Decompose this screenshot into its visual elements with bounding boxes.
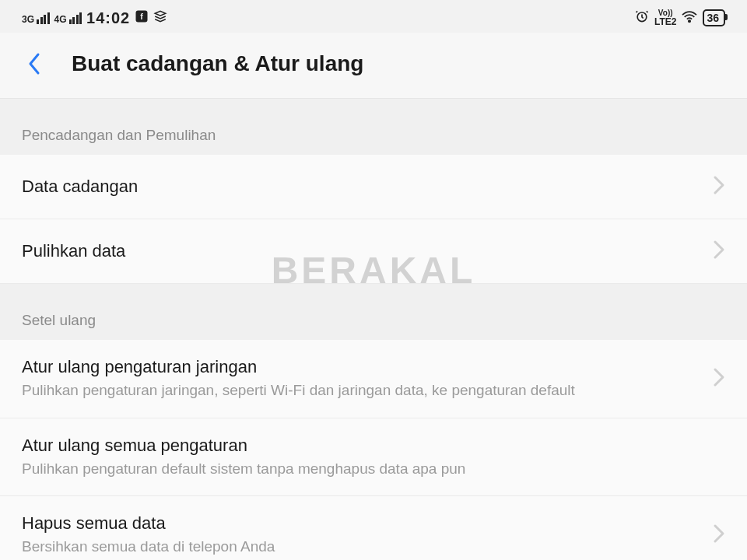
item-subtitle: Pulihkan pengaturan default sistem tanpa…: [22, 459, 725, 479]
list-item-data-cadangan[interactable]: Data cadangan: [0, 155, 747, 219]
chevron-right-icon: [713, 367, 725, 390]
item-title: Hapus semua data: [22, 513, 702, 534]
stack-icon: [153, 9, 167, 27]
signal-3g-label: 3G: [22, 15, 34, 24]
list-item-reset-jaringan[interactable]: Atur ulang pengaturan jaringan Pulihkan …: [0, 340, 747, 418]
wifi-icon: [681, 9, 698, 27]
battery-icon: 36: [703, 9, 725, 27]
battery-percent: 36: [707, 12, 719, 25]
status-left: 3G 4G 14:02 f: [22, 9, 167, 27]
back-button[interactable]: [19, 48, 50, 79]
facebook-icon: f: [135, 9, 149, 27]
item-subtitle: Bersihkan semua data di telepon Anda: [22, 537, 702, 557]
volte-icon: Vo)) LTE2: [654, 9, 676, 26]
signal-3g-icon: 3G: [22, 12, 50, 24]
settings-screen: 3G 4G 14:02 f Vo)) LTE2: [0, 0, 747, 560]
svg-point-3: [689, 20, 690, 22]
chevron-left-icon: [26, 51, 42, 76]
alarm-icon: [634, 9, 650, 28]
header-bar: Buat cadangan & Atur ulang: [0, 33, 747, 99]
page-title: Buat cadangan & Atur ulang: [72, 51, 363, 76]
signal-4g-icon: 4G: [54, 12, 82, 24]
section-header-reset: Setel ulang: [0, 284, 747, 340]
clock-time: 14:02: [86, 9, 130, 27]
section-header-backup: Pencadangan dan Pemulihan: [0, 99, 747, 155]
list-item-pulihkan-data[interactable]: Pulihkan data: [0, 219, 747, 284]
list-item-reset-semua-pengaturan[interactable]: Atur ulang semua pengaturan Pulihkan pen…: [0, 418, 747, 497]
status-bar: 3G 4G 14:02 f Vo)) LTE2: [0, 0, 747, 33]
list-item-hapus-semua-data[interactable]: Hapus semua data Bersihkan semua data di…: [0, 496, 747, 560]
item-title: Atur ulang semua pengaturan: [22, 436, 725, 456]
chevron-right-icon: [713, 523, 725, 547]
item-title: Atur ulang pengaturan jaringan: [22, 357, 702, 377]
item-title: Data cadangan: [22, 177, 702, 197]
item-title: Pulihkan data: [22, 241, 702, 261]
chevron-right-icon: [713, 240, 725, 263]
signal-4g-label: 4G: [54, 15, 67, 24]
svg-text:f: f: [140, 11, 143, 20]
item-subtitle: Pulihkan pengaturan jaringan, seperti Wi…: [22, 380, 702, 401]
chevron-right-icon: [713, 175, 725, 198]
status-right: Vo)) LTE2 36: [634, 9, 725, 28]
